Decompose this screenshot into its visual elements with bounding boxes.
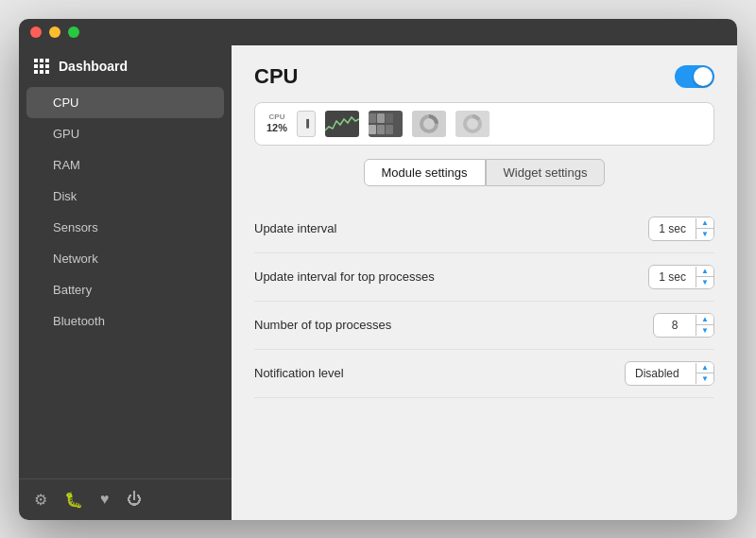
cpu-percentage-widget[interactable]: CPU 12%: [266, 113, 287, 134]
maximize-button[interactable]: [68, 26, 79, 38]
close-button[interactable]: [30, 26, 42, 38]
notification-level-row: Notification level Disabled ▲ ▼: [254, 350, 714, 398]
toggle-knob: [694, 67, 713, 86]
update-interval-top-row: Update interval for top processes 1 sec …: [254, 253, 714, 302]
update-interval-top-value: 1 sec: [649, 267, 696, 287]
svg-rect-1: [377, 113, 385, 123]
update-interval-value: 1 sec: [649, 218, 696, 239]
cpu-chart-svg: [325, 113, 359, 134]
notification-level-label: Notification level: [254, 366, 344, 380]
cpu-heatmap-widget[interactable]: [369, 111, 403, 137]
sidebar-item-bluetooth[interactable]: Bluetooth: [19, 305, 232, 337]
num-top-processes-stepper[interactable]: 8 ▲ ▼: [653, 313, 714, 338]
num-top-processes-row: Number of top processes 8 ▲ ▼: [254, 302, 714, 350]
module-toggle[interactable]: [675, 65, 714, 88]
settings-icon[interactable]: ⚙: [34, 491, 47, 509]
main-content: Dashboard CPU GPU RAM Disk Sensors Netwo…: [19, 45, 737, 520]
notification-level-up[interactable]: ▲: [696, 362, 713, 373]
svg-rect-4: [377, 125, 385, 134]
cpu-donut-svg: [419, 113, 439, 134]
main-panel: CPU CPU 12% ▐: [232, 45, 737, 520]
sidebar-item-network[interactable]: Network: [19, 243, 232, 274]
cpu-ring-widget[interactable]: [455, 111, 490, 137]
sidebar-footer: ⚙ 🐛 ♥ ⏻: [19, 478, 232, 520]
cpu-bar-icon: ▐: [303, 119, 309, 128]
notification-level-control: Disabled ▲ ▼: [625, 361, 714, 386]
tab-bar: Module settings Widget settings: [254, 159, 714, 186]
cpu-ring-svg: [462, 113, 483, 134]
titlebar: [19, 19, 737, 45]
svg-rect-0: [369, 113, 376, 123]
grid-dot: [34, 59, 38, 62]
app-window: Dashboard CPU GPU RAM Disk Sensors Netwo…: [19, 19, 737, 520]
cpu-chart-widget[interactable]: [325, 111, 359, 137]
sidebar-item-disk[interactable]: Disk: [19, 181, 232, 212]
num-top-processes-arrows: ▲ ▼: [696, 314, 713, 337]
notification-level-dropdown[interactable]: Disabled ▲ ▼: [625, 361, 714, 386]
grid-dot: [45, 64, 49, 68]
update-interval-top-down[interactable]: ▼: [696, 277, 713, 288]
grid-dot: [40, 59, 43, 62]
sidebar-item-ram[interactable]: RAM: [19, 149, 232, 181]
notification-level-down[interactable]: ▼: [696, 373, 713, 385]
cpu-heatmap-svg: [369, 113, 403, 134]
update-interval-top-control: 1 sec ▲ ▼: [648, 265, 714, 289]
num-top-processes-control: 8 ▲ ▼: [653, 313, 714, 338]
sidebar-item-battery[interactable]: Battery: [19, 274, 232, 305]
heart-icon[interactable]: ♥: [100, 491, 110, 508]
sidebar-item-cpu[interactable]: CPU: [26, 87, 224, 118]
update-interval-up[interactable]: ▲: [696, 217, 713, 229]
grid-dot: [40, 70, 43, 74]
notification-level-value: Disabled: [626, 363, 696, 384]
panel-title: CPU: [254, 64, 298, 89]
bug-icon[interactable]: 🐛: [64, 491, 83, 509]
num-top-processes-up[interactable]: ▲: [696, 314, 713, 325]
num-top-processes-label: Number of top processes: [254, 318, 391, 332]
power-icon[interactable]: ⏻: [127, 491, 142, 508]
sidebar-item-sensors[interactable]: Sensors: [19, 212, 232, 243]
update-interval-top-arrows: ▲ ▼: [696, 266, 713, 288]
cpu-label-text: CPU: [269, 113, 285, 122]
notification-level-arrows: ▲ ▼: [696, 362, 713, 385]
num-top-processes-value: 8: [654, 315, 696, 336]
svg-rect-3: [369, 125, 376, 134]
settings-rows: Update interval 1 sec ▲ ▼ Update inter: [254, 205, 714, 398]
update-interval-arrows: ▲ ▼: [696, 217, 713, 240]
num-top-processes-down[interactable]: ▼: [696, 325, 713, 337]
grid-dot: [34, 64, 38, 68]
update-interval-control: 1 sec ▲ ▼: [648, 217, 714, 241]
grid-icon: [34, 59, 49, 74]
grid-dot: [40, 64, 43, 68]
minimize-button[interactable]: [49, 26, 60, 38]
panel-header: CPU: [254, 64, 714, 89]
update-interval-label: Update interval: [254, 221, 336, 235]
cpu-value-text: 12%: [266, 122, 287, 134]
tab-module-settings[interactable]: Module settings: [364, 159, 486, 186]
update-interval-stepper[interactable]: 1 sec ▲ ▼: [648, 217, 714, 241]
svg-rect-5: [386, 125, 393, 134]
grid-dot: [45, 59, 49, 62]
update-interval-top-up[interactable]: ▲: [696, 266, 713, 277]
grid-dot: [34, 70, 38, 74]
sidebar-item-gpu[interactable]: GPU: [19, 118, 232, 149]
update-interval-row: Update interval 1 sec ▲ ▼: [254, 205, 714, 253]
cpu-bar-widget[interactable]: ▐: [297, 111, 316, 137]
cpu-donut-widget[interactable]: [412, 111, 446, 137]
tab-widget-settings[interactable]: Widget settings: [486, 159, 606, 186]
sidebar-nav: CPU GPU RAM Disk Sensors Network Battery…: [19, 87, 232, 478]
update-interval-top-label: Update interval for top processes: [254, 269, 435, 284]
sidebar-header: Dashboard: [19, 45, 232, 87]
grid-dot: [45, 70, 49, 74]
widget-bar: CPU 12% ▐: [254, 102, 714, 146]
sidebar-title: Dashboard: [59, 59, 128, 74]
update-interval-top-stepper[interactable]: 1 sec ▲ ▼: [648, 265, 714, 289]
svg-rect-2: [386, 113, 393, 123]
sidebar: Dashboard CPU GPU RAM Disk Sensors Netwo…: [19, 45, 232, 520]
update-interval-down[interactable]: ▼: [696, 229, 713, 240]
